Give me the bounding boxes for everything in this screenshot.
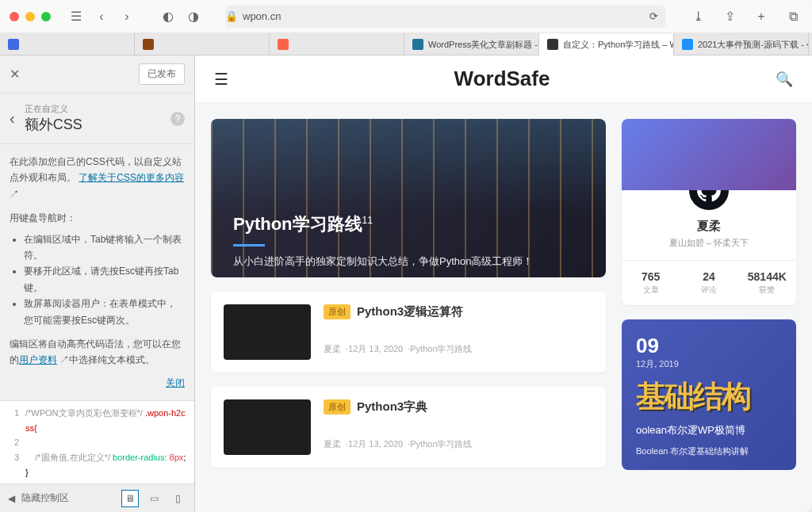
mobile-preview-icon[interactable]: ▯ bbox=[169, 490, 186, 507]
hide-controls-label[interactable]: 隐藏控制区 bbox=[21, 491, 69, 505]
tablet-preview-icon[interactable]: ▭ bbox=[145, 490, 163, 507]
browser-tab[interactable]: 2021大事件预测-源码下载 - 公... bbox=[674, 33, 809, 55]
search-icon[interactable]: 🔍 bbox=[776, 71, 793, 88]
post-thumbnail bbox=[224, 304, 311, 360]
customizing-label: 正在自定义 bbox=[25, 103, 82, 115]
collapse-icon[interactable]: ◀ bbox=[8, 493, 15, 504]
close-help-link[interactable]: 关闭 bbox=[166, 377, 185, 388]
site-preview: ☰ WordSafe 🔍 Python学习路线11 从小白进阶高手的独家定制知识… bbox=[195, 55, 812, 512]
sidebar-toggle-icon[interactable]: ☰ bbox=[67, 7, 86, 26]
profile-desc: 夏山如碧 – 怀柔天下 bbox=[622, 237, 796, 249]
browser-tab[interactable] bbox=[135, 33, 270, 55]
close-panel-button[interactable]: ✕ bbox=[10, 67, 20, 82]
browser-titlebar: ☰ ‹ › ◐ ◑ 🔒 wpon.cn ⟳ ⤓ ⇪ + ⧉ bbox=[0, 0, 812, 33]
user-profile-link[interactable]: 用户资料 bbox=[19, 354, 57, 365]
lock-icon: 🔒 bbox=[225, 10, 238, 22]
shield-icon[interactable]: ◑ bbox=[184, 7, 203, 26]
post-badge: 原创 bbox=[324, 304, 350, 319]
keyboard-tip: 致屏幕阅读器用户：在表单模式中，您可能需要按Esc键两次。 bbox=[24, 296, 185, 328]
published-button[interactable]: 已发布 bbox=[139, 63, 185, 85]
desktop-preview-icon[interactable]: 🖥 bbox=[121, 490, 139, 507]
back-section-button[interactable]: ‹ bbox=[10, 109, 15, 128]
hero-subtitle: 从小白进阶高手的独家定制知识大总结，争做Python高级工程师！ bbox=[233, 254, 584, 269]
maximize-window-button[interactable] bbox=[41, 12, 51, 21]
forward-nav-icon[interactable]: › bbox=[117, 7, 136, 26]
hero-title: Python学习路线11 bbox=[233, 212, 584, 236]
minimize-window-button[interactable] bbox=[25, 12, 35, 21]
section-description: 在此添加您自己的CSS代码，以自定义站点外观和布局。 了解关于CSS的更多内容 … bbox=[0, 144, 194, 400]
post-card[interactable]: 原创Python3逻辑运算符 夏柔·12月 13, 2020·Python学习路… bbox=[211, 292, 606, 373]
post-title: Python3逻辑运算符 bbox=[357, 304, 463, 319]
keyboard-tip: 在编辑区域中，Tab键将输入一个制表符。 bbox=[24, 231, 185, 264]
url-text: wpon.cn bbox=[243, 10, 281, 22]
post-meta: 夏柔·12月 13, 2020·Python学习路线 bbox=[324, 438, 593, 450]
site-logo[interactable]: WordSafe bbox=[228, 67, 776, 91]
new-tab-icon[interactable]: + bbox=[752, 7, 771, 26]
back-nav-icon[interactable]: ‹ bbox=[92, 7, 111, 26]
extension-icon[interactable]: ◐ bbox=[159, 7, 178, 26]
post-card[interactable]: 原创Python3字典 夏柔·12月 13, 2020·Python学习路线 bbox=[211, 387, 606, 468]
close-window-button[interactable] bbox=[10, 12, 19, 21]
post-meta: 夏柔·12月 13, 2020·Python学习路线 bbox=[324, 343, 593, 355]
browser-tab[interactable]: 自定义：Python学习路线 – Wor... bbox=[539, 33, 674, 55]
window-controls bbox=[10, 12, 51, 21]
profile-stat: 24评论 bbox=[680, 261, 737, 305]
section-title: 额外CSS bbox=[25, 115, 82, 134]
help-icon[interactable]: ? bbox=[170, 112, 185, 126]
keyboard-tip: 要移开此区域，请先按Esc键再按Tab键。 bbox=[24, 263, 185, 296]
browser-tab[interactable]: 开篇词 | 作为程序员，为什么你... bbox=[809, 33, 812, 55]
post-thumbnail bbox=[224, 399, 311, 455]
customizer-panel: ✕ 已发布 ‹ 正在自定义 额外CSS ? 在此添加您自己的CSS代码，以自定义… bbox=[0, 55, 195, 512]
profile-stat: 58144K获赞 bbox=[738, 261, 796, 305]
download-icon[interactable]: ⤓ bbox=[688, 7, 707, 26]
browser-tab[interactable] bbox=[0, 33, 135, 55]
browser-tab[interactable] bbox=[270, 33, 404, 55]
profile-card: 夏柔 夏山如碧 – 怀柔天下 765文章24评论58144K获赞 bbox=[622, 119, 796, 305]
address-bar[interactable]: 🔒 wpon.cn ⟳ bbox=[225, 6, 666, 28]
reload-icon[interactable]: ⟳ bbox=[649, 10, 658, 22]
css-editor[interactable]: 1/*WPON文章内页彩色渐变框*/ .wpon-h2css{23 /*圆角值,… bbox=[0, 400, 194, 483]
css-learn-link[interactable]: 了解关于CSS的更多内容 bbox=[79, 172, 184, 183]
browser-tab[interactable]: WordPress美化文章副标题 - Wo... bbox=[404, 33, 539, 55]
profile-stat: 765文章 bbox=[622, 261, 680, 305]
share-icon[interactable]: ⇪ bbox=[720, 7, 739, 26]
menu-icon[interactable]: ☰ bbox=[214, 70, 228, 89]
featured-card[interactable]: 09 12月, 2019 基础结构 oolean布尔逻WP极简博 Boolean… bbox=[622, 319, 796, 470]
post-badge: 原创 bbox=[324, 399, 350, 415]
profile-name: 夏柔 bbox=[622, 219, 796, 234]
tab-strip: WordPress美化文章副标题 - Wo...自定义：Python学习路线 –… bbox=[0, 33, 812, 55]
profile-cover bbox=[622, 119, 796, 190]
post-title: Python3字典 bbox=[357, 399, 427, 415]
tabs-overview-icon[interactable]: ⧉ bbox=[783, 7, 802, 26]
hero-banner[interactable]: Python学习路线11 从小白进阶高手的独家定制知识大总结，争做Python高… bbox=[211, 119, 606, 277]
